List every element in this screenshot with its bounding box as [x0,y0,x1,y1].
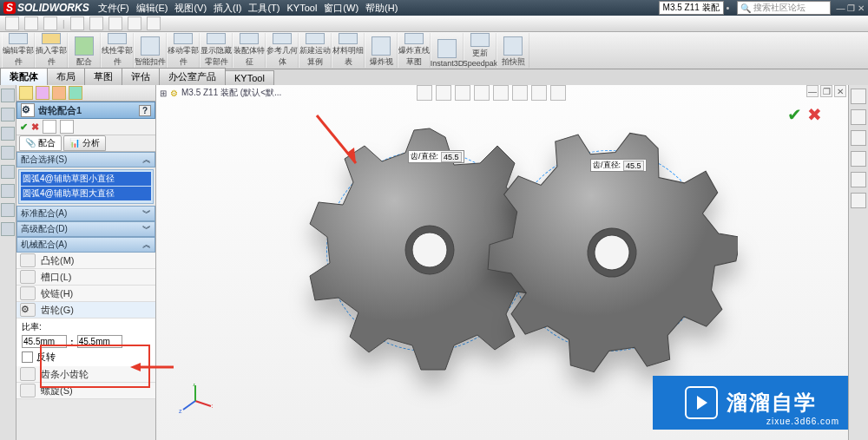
preview-icon[interactable] [60,120,74,134]
dimension-label-left[interactable]: 齿/直径:45.5 [408,150,464,163]
section-advanced[interactable]: 高级配合(D)︾ [16,221,155,237]
property-icon[interactable] [52,86,66,100]
prev-view-icon[interactable] [455,85,470,101]
tab-kytool[interactable]: KYTool [225,70,274,85]
rbtn-mate[interactable]: 配合 [68,33,101,68]
menu-insert[interactable]: 插入(I) [210,2,245,15]
rbtn-edit-component[interactable]: 编辑零部件 [2,33,35,68]
selection-box[interactable]: 圆弧4@辅助草图小直径 圆弧4@辅助草图大直径 [18,169,154,204]
doc-title: M3.5 Z11 装配 [659,1,724,15]
section-view-icon[interactable] [474,85,490,101]
opt-hinge[interactable]: 铰链(H) [16,286,155,302]
apply-scene-icon[interactable] [550,85,566,101]
redo-icon[interactable] [108,16,122,30]
display-icon[interactable] [69,86,82,100]
strip-icon[interactable] [1,222,15,236]
cancel-icon[interactable]: ✖ [31,121,39,133]
window-buttons[interactable]: — ❐ ✕ [836,3,865,13]
save-icon[interactable] [43,16,57,30]
config-icon[interactable] [36,86,49,100]
rbtn-bom[interactable]: 材料明细表 [332,33,365,68]
search-input[interactable]: 🔍搜索社区论坛 [737,1,831,15]
new-icon[interactable] [5,16,19,30]
selection-item[interactable]: 圆弧4@辅助草图大直径 [21,187,151,200]
strip-icon[interactable] [1,165,15,179]
subtab-analysis[interactable]: 📊 分析 [63,135,106,151]
reverse-checkbox[interactable] [22,351,33,363]
menu-file[interactable]: 文件(F) [95,2,133,15]
cancel-icon[interactable]: ✖ [807,104,822,125]
task-icon[interactable] [851,130,866,146]
display-style-icon[interactable] [493,85,509,101]
rbtn-explode-line[interactable]: 爆炸直线草图 [398,33,431,68]
strip-icon[interactable] [1,203,15,217]
opt-screw[interactable]: 螺旋(S) [16,383,155,399]
screw-icon [20,384,36,397]
strip-icon[interactable] [1,146,15,160]
view-triad[interactable]: x y z [178,384,213,418]
rbtn-show-hide[interactable]: 显示隐藏零部件 [200,33,233,68]
undo-icon[interactable] [89,16,103,30]
tab-layout[interactable]: 布局 [47,68,85,85]
help-icon[interactable]: ? [139,105,151,116]
ratio-b-input[interactable] [77,335,122,348]
menu-view[interactable]: 视图(V) [171,2,210,15]
rbtn-speedpak[interactable]: 更新Speedpak [464,33,496,68]
viewport[interactable]: ⊞ ⚙ M3.5 Z11 装配 (默认<默... —❐✕ ✔ ✖ [156,85,848,440]
strip-icon[interactable] [1,184,15,198]
selection-item[interactable]: 圆弧4@辅助草图小直径 [21,172,151,186]
options-icon[interactable] [147,16,161,30]
task-icon[interactable] [851,193,866,208]
feature-tree-icon[interactable] [19,86,33,100]
mdi-controls[interactable]: —❐✕ [806,85,846,97]
task-icon[interactable] [851,172,866,187]
rbtn-move-component[interactable]: 移动零部件 [167,33,200,68]
task-icon[interactable] [851,89,866,104]
ratio-a-input[interactable] [22,335,67,348]
strip-icon[interactable] [1,89,15,102]
breadcrumb[interactable]: ⊞ ⚙ M3.5 Z11 装配 (默认<默... [156,85,285,101]
menu-window[interactable]: 窗口(W) [320,2,362,15]
section-standard[interactable]: 标准配合(A)︾ [16,206,155,221]
zoom-fit-icon[interactable] [417,85,432,101]
ok-icon[interactable]: ✔ [20,121,28,133]
ok-icon[interactable]: ✔ [787,104,802,125]
hide-show-icon[interactable] [512,85,528,101]
rbtn-ref-geometry[interactable]: 参考几何体 [266,33,299,68]
strip-icon[interactable] [1,108,15,121]
menu-edit[interactable]: 编辑(E) [133,2,172,15]
task-icon[interactable] [851,151,866,167]
menu-help[interactable]: 帮助(H) [362,2,401,15]
zoom-area-icon[interactable] [436,85,451,101]
menu-tools[interactable]: 工具(T) [245,2,283,15]
opt-gear[interactable]: ⚙齿轮(G) [16,302,155,319]
rbtn-smart-fastener[interactable]: 智能扣件 [134,33,167,68]
tab-assembly[interactable]: 装配体 [0,68,48,85]
rbtn-insert-component[interactable]: 插入零部件 [35,33,68,68]
rbtn-exploded-view[interactable]: 爆炸视 [365,33,398,68]
rbtn-instant3d[interactable]: Instant3D [431,33,464,68]
open-icon[interactable] [24,16,38,30]
tab-sketch[interactable]: 草图 [84,68,122,85]
section-selection[interactable]: 配合选择(S)︽ [16,152,155,167]
tab-office[interactable]: 办公室产品 [159,68,226,85]
rbtn-linear-component[interactable]: 线性零部件 [101,33,134,68]
rbtn-assembly-feature[interactable]: 装配体特征 [233,33,266,68]
expand-icon[interactable]: ⊞ [160,89,167,98]
strip-icon[interactable] [1,127,15,141]
rbtn-snapshot[interactable]: 拍快照 [496,33,529,68]
print-icon[interactable] [70,16,84,30]
task-icon[interactable] [851,109,866,125]
opt-rack[interactable]: 齿条小齿轮 [16,366,155,383]
opt-slot[interactable]: 槽口(L) [16,269,155,286]
section-mechanical[interactable]: 机械配合(A)︽ [16,237,155,253]
dimension-label-right[interactable]: 齿/直径:45.5 [590,159,647,172]
perspective-icon[interactable] [531,85,547,101]
rebuild-icon[interactable] [128,16,141,30]
tab-evaluate[interactable]: 评估 [122,68,160,85]
menu-kytool[interactable]: KYTool [284,3,321,13]
rbtn-motion-study[interactable]: 新建运动算例 [299,33,332,68]
pushpin-icon[interactable] [43,120,56,134]
subtab-mate[interactable]: 📎 配合 [19,135,62,151]
opt-cam[interactable]: 凸轮(M) [16,253,155,269]
